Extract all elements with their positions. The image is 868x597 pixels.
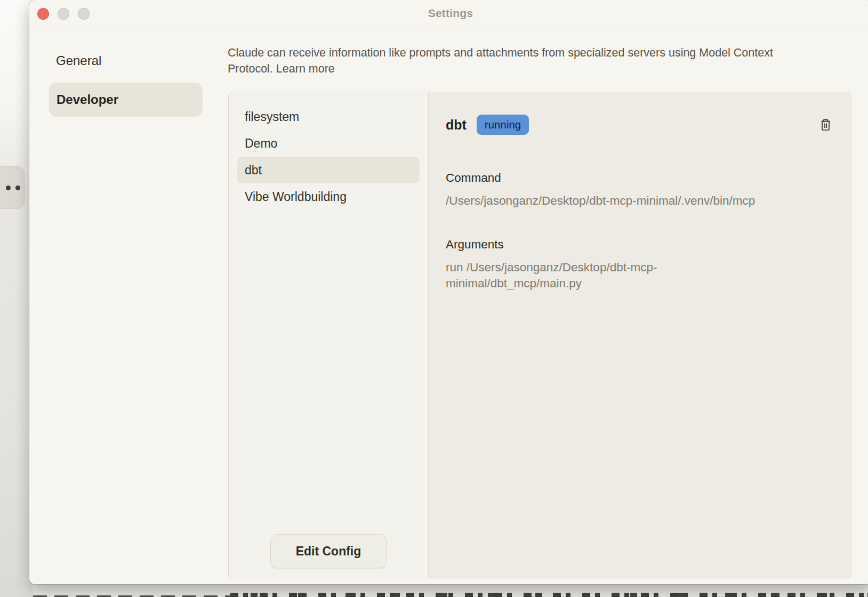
learn-more-link[interactable]: Learn more [276,62,335,75]
command-value: /Users/jasonganz/Desktop/dbt-mcp-minimal… [446,193,833,209]
arguments-value: run /Users/jasonganz/Desktop/dbt-mcp-min… [446,260,708,292]
arguments-label: Arguments [446,238,833,252]
sidebar-item-developer[interactable]: Developer [49,83,203,117]
titlebar[interactable]: Settings [29,0,868,28]
server-list: filesystem Demo dbt Vibe Worldbuilding E… [229,92,429,578]
mcp-description: Claude can receive information like prom… [228,45,802,77]
server-list-item-vibe-worldbuilding[interactable]: Vibe Worldbuilding [229,183,428,210]
server-detail-header: dbt running [446,115,833,135]
command-label: Command [446,171,833,185]
settings-window: Settings General Developer Claude can re… [29,0,868,584]
server-detail-pane: dbt running Command [429,92,851,578]
delete-server-button[interactable] [818,117,833,133]
server-list-item-filesystem[interactable]: filesystem [229,103,428,130]
arguments-field: Arguments run /Users/jasonganz/Desktop/d… [446,238,833,292]
sidebar-item-general[interactable]: General [56,53,101,68]
trash-icon [819,125,832,133]
server-list-item-dbt[interactable]: dbt [237,157,420,183]
server-list-item-demo[interactable]: Demo [229,130,428,157]
server-name: dbt [446,117,467,133]
dot-icon [6,185,11,190]
window-title: Settings [29,7,868,20]
background-drag-handle[interactable] [0,166,25,209]
mcp-servers-panel: filesystem Demo dbt Vibe Worldbuilding E… [228,92,851,578]
sidebar-item-label: Developer [57,92,118,107]
edit-config-button[interactable]: Edit Config [270,534,387,568]
dot-icon [15,185,20,190]
obscured-background-text [230,593,868,597]
command-field: Command /Users/jasonganz/Desktop/dbt-mcp… [446,171,833,209]
background-app-strip [0,0,33,597]
status-badge: running [477,115,529,135]
